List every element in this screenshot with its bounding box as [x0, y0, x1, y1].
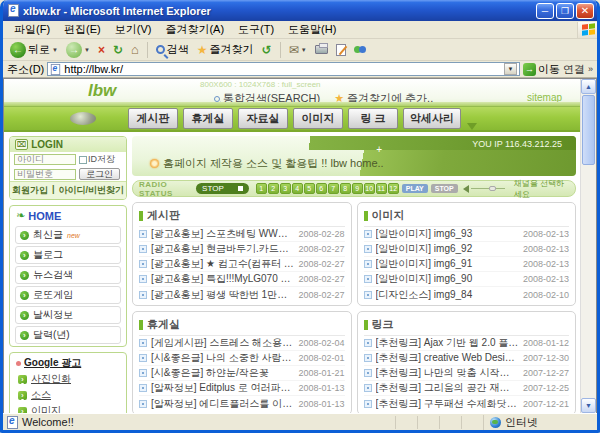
- radio-channel-button[interactable]: 10: [364, 183, 375, 194]
- menu-item[interactable]: 도구(T): [231, 21, 281, 38]
- scroll-track[interactable]: [581, 166, 596, 398]
- section-header[interactable]: 휴게실: [139, 315, 345, 336]
- list-item[interactable]: [광고&홍보] 현금바두기.카드지노.바둑… 2008-02-27: [139, 242, 345, 257]
- menu-item[interactable]: 도움말(H): [281, 21, 343, 38]
- radio-play-button[interactable]: PLAY: [402, 184, 428, 193]
- list-item[interactable]: [광고&홍보] 평생 딱한번 1만원으로 엄… 2008-02-27: [139, 287, 345, 302]
- nav-button[interactable]: 링 크: [348, 108, 398, 129]
- mail-button[interactable]: ✉▼: [286, 42, 310, 58]
- section-header[interactable]: 이미지: [364, 206, 570, 227]
- radio-channel-button[interactable]: 3: [280, 183, 291, 194]
- scroll-up-icon[interactable]: ▲: [581, 79, 596, 94]
- radio-stop-button[interactable]: STOP: [431, 184, 458, 193]
- nav-button[interactable]: 휴게실: [183, 108, 233, 129]
- list-item[interactable]: [광고&홍보] 스포츠베팅 WWW.LIVETOTOBE… 2008-02-28: [139, 227, 345, 242]
- site-logo[interactable]: lbw: [88, 81, 116, 101]
- links-menu[interactable]: 연결: [563, 62, 585, 77]
- list-item[interactable]: [추천링크] creative Web Designer… 2007-12-30: [364, 351, 570, 366]
- edit-button[interactable]: [333, 43, 349, 57]
- nav-button[interactable]: 자료실: [238, 108, 288, 129]
- login-button[interactable]: 로그인: [79, 168, 120, 180]
- search-button[interactable]: 검색: [153, 41, 192, 58]
- scroll-down-icon[interactable]: ▼: [581, 398, 596, 413]
- save-id-option[interactable]: ID저장: [79, 153, 115, 166]
- list-item[interactable]: [알짜정보] 에디트플러스를 이용하여 e… 2008-01-13: [139, 396, 345, 411]
- list-item[interactable]: [추천링크] 그리움의 공간 재회 홈페이… 2007-12-25: [364, 381, 570, 396]
- list-item[interactable]: [추천링크] Ajax 기반 웹 2.0 플랫폼 &… 2008-01-12: [364, 336, 570, 351]
- volume-slider[interactable]: [471, 188, 505, 189]
- google-ad-link[interactable]: › 소스: [10, 387, 126, 403]
- nav-button[interactable]: 악세사리: [403, 108, 461, 129]
- radio-channel-button[interactable]: 5: [304, 183, 315, 194]
- home-menu-item[interactable]: › 달력(년): [15, 326, 121, 344]
- home-button[interactable]: ⌂: [128, 41, 142, 58]
- list-item[interactable]: [시&좋은글] 하얀눈/작은꽃 2008-01-21: [139, 366, 345, 381]
- radio-channel-button[interactable]: 2: [268, 183, 279, 194]
- radio-channel-button[interactable]: 6: [316, 183, 327, 194]
- home-menu-item[interactable]: › 날씨정보: [15, 306, 121, 324]
- volume-knob[interactable]: [489, 186, 496, 191]
- radio-channel-button[interactable]: 12: [388, 183, 399, 194]
- find-id-link[interactable]: 아이디/비번찾기: [59, 184, 125, 197]
- login-password-field[interactable]: [14, 169, 76, 180]
- volume-control[interactable]: [463, 185, 505, 193]
- menu-item[interactable]: 보기(V): [108, 21, 159, 38]
- list-item[interactable]: [일반이미지] img6_90 2008-02-13: [364, 272, 570, 287]
- page-scrollbar[interactable]: ▲ ▼: [580, 79, 596, 413]
- menu-item[interactable]: 즐겨찾기(A): [158, 21, 231, 38]
- radio-channel-button[interactable]: 7: [328, 183, 339, 194]
- nav-button[interactable]: 이미지: [293, 108, 343, 129]
- list-item[interactable]: [시&좋은글] 나의 소중한 사람에게.. 2008-02-01: [139, 351, 345, 366]
- address-input[interactable]: http://lbw.kr/ ▼: [47, 62, 520, 76]
- history-button[interactable]: ↺: [259, 42, 275, 58]
- section-header[interactable]: 링크: [364, 315, 570, 336]
- list-item[interactable]: [일반이미지] img6_92 2008-02-13: [364, 242, 570, 257]
- join-link[interactable]: 회원가입: [12, 184, 48, 197]
- print-button[interactable]: [312, 44, 331, 55]
- google-ad-link[interactable]: › 사진인화: [10, 371, 126, 387]
- list-item[interactable]: [추천링크] 구두패션 수제화닷컴 입니… 2007-12-21: [364, 396, 570, 411]
- home-menu-item[interactable]: › 로또게임: [15, 286, 121, 304]
- list-item[interactable]: [디자인소스] img9_84 2008-02-10: [364, 287, 570, 302]
- maximize-button[interactable]: ❐: [556, 3, 574, 19]
- home-menu-item[interactable]: › 뉴스검색: [15, 266, 121, 284]
- close-button[interactable]: ✕: [576, 3, 594, 19]
- stop-button[interactable]: ×: [95, 42, 108, 58]
- list-item[interactable]: [광고&홍보] ★ 컴고수(컴퓨터 증상별 … 2008-02-27: [139, 257, 345, 272]
- back-dropdown-icon[interactable]: ▼: [52, 47, 58, 53]
- scroll-thumb[interactable]: [582, 95, 595, 165]
- list-item[interactable]: [추천링크] 나만의 맞춤 시작페이지 pr… 2007-12-27: [364, 366, 570, 381]
- resolution-links[interactable]: 800X600 : 1024X768 : full_screen: [200, 80, 321, 89]
- menu-item[interactable]: 편집(E): [57, 21, 108, 38]
- chevron-icon[interactable]: »: [588, 64, 593, 74]
- google-ad-link[interactable]: › 이미지: [10, 403, 126, 413]
- mail-dropdown-icon[interactable]: ▼: [301, 47, 307, 53]
- go-button[interactable]: → 이동: [523, 62, 560, 77]
- section-header[interactable]: 게시판: [139, 206, 345, 227]
- list-item[interactable]: [일반이미지] img6_93 2008-02-13: [364, 227, 570, 242]
- list-item[interactable]: [광고&홍보] 특집!!!MyLG070 인터넷전화… 2008-02-27: [139, 272, 345, 287]
- menu-item[interactable]: 파일(F): [7, 21, 57, 38]
- address-dropdown-icon[interactable]: ▼: [504, 63, 517, 75]
- home-menu-item[interactable]: › 최신글 new: [15, 226, 121, 244]
- messenger-button[interactable]: [351, 43, 370, 57]
- radio-channel-button[interactable]: 4: [292, 183, 303, 194]
- home-menu-item[interactable]: › 블로그: [15, 246, 121, 264]
- radio-channel-button[interactable]: 1: [256, 183, 267, 194]
- list-item[interactable]: [알짜정보] Editplus 로 여러파일에서 … 2008-01-13: [139, 381, 345, 396]
- save-id-checkbox[interactable]: [79, 156, 87, 164]
- radio-channel-button[interactable]: 9: [352, 183, 363, 194]
- login-id-field[interactable]: [14, 154, 76, 165]
- home-menu-header[interactable]: ❧ HOME: [10, 206, 126, 224]
- favorites-button[interactable]: ★ 즐겨찾기: [194, 41, 257, 58]
- nav-button[interactable]: 게시판: [128, 108, 178, 129]
- list-item[interactable]: [일반이미지] img6_91 2008-02-13: [364, 257, 570, 272]
- minimize-button[interactable]: ─: [536, 3, 554, 19]
- forward-dropdown-icon[interactable]: ▼: [84, 47, 90, 53]
- google-ad-title[interactable]: Google 광고: [24, 356, 81, 370]
- back-button[interactable]: ← 뒤로 ▼: [7, 41, 61, 59]
- list-item[interactable]: [게임게시판] 스트레스 해소용 게임(중독… 2008-02-04: [139, 336, 345, 351]
- forward-button[interactable]: → ▼: [63, 41, 93, 59]
- radio-channel-button[interactable]: 8: [340, 183, 351, 194]
- refresh-button[interactable]: ↻: [110, 42, 126, 58]
